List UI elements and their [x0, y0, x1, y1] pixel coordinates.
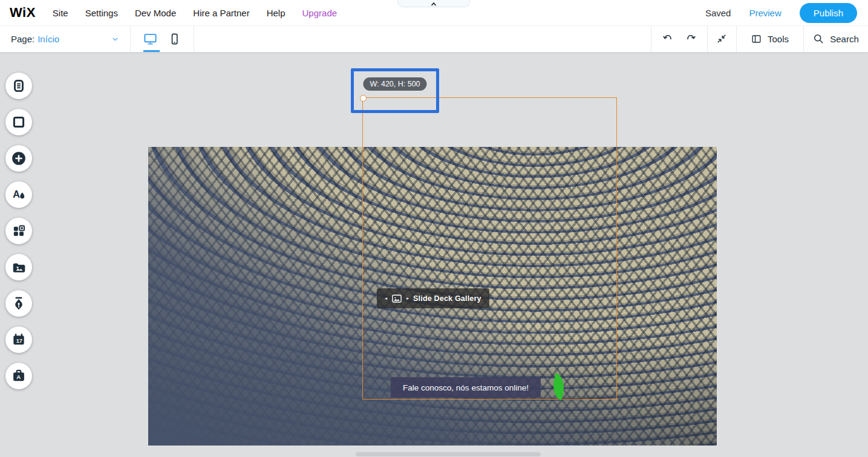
menu-item-hire-a-partner[interactable]: Hire a Partner [193, 8, 249, 18]
sidebar-item-site-design[interactable]: A [5, 181, 32, 208]
chat-widget[interactable]: Fale conosco, nós estamos online! [391, 377, 541, 398]
size-tooltip: W: 420, H: 500 [363, 77, 426, 91]
media-icon [11, 259, 27, 275]
sidebar-item-media[interactable] [5, 254, 32, 280]
undo-button[interactable] [662, 33, 674, 45]
current-page-name: Início [38, 34, 59, 44]
tools-label: Tools [768, 34, 789, 44]
sidebar-item-background[interactable] [5, 109, 32, 135]
saved-status[interactable]: Saved [705, 8, 731, 18]
toolbar-divider [194, 25, 194, 52]
topbar-menu: Site Settings Dev Mode Hire a Partner He… [53, 8, 337, 18]
phone-icon [168, 32, 181, 46]
search-label: Search [830, 34, 859, 44]
gallery-left-arrow-icon: ◂ [385, 296, 387, 301]
publish-button[interactable]: Publish [800, 3, 857, 23]
pen-tool-icon [11, 296, 27, 311]
topbar-status-area: Saved Preview Publish [705, 0, 857, 25]
search-button[interactable]: Search [803, 25, 868, 52]
sidebar-item-add-apps[interactable] [5, 218, 32, 244]
chevron-up-icon [430, 0, 437, 9]
wix-logo[interactable]: WiX [10, 5, 36, 21]
horizontal-scrollbar[interactable] [356, 452, 541, 456]
slide-deck-gallery-badge[interactable]: ◂ ▸ Slide Deck Gallery [377, 288, 489, 308]
background-icon [11, 114, 27, 130]
monitor-icon [143, 32, 157, 46]
svg-text:A: A [13, 189, 20, 199]
device-switch [130, 25, 194, 52]
business-tools-icon: A [11, 368, 27, 384]
add-apps-icon [11, 223, 27, 239]
tools-button[interactable]: Tools [736, 25, 803, 52]
site-design-icon: A [11, 187, 27, 203]
menu-item-upgrade[interactable]: Upgrade [302, 8, 338, 18]
sidebar-item-bookings[interactable]: 17 [5, 326, 32, 353]
page-selector-dropdown[interactable]: Page: Início [11, 25, 120, 52]
gallery-badge-label: Slide Deck Gallery [413, 294, 481, 303]
sidebar-item-pen-tool[interactable] [5, 290, 32, 317]
sidebar-item-add-elements[interactable] [5, 145, 32, 172]
topbar-collapse-tab[interactable] [397, 0, 470, 7]
editor-toolbar: Page: Início [0, 25, 868, 53]
fit-to-screen-button[interactable] [707, 25, 736, 52]
add-elements-icon [11, 151, 27, 166]
undo-arrow-icon [662, 33, 674, 45]
slideshow-image-icon [391, 294, 402, 303]
preview-button[interactable]: Preview [749, 8, 781, 18]
mobile-view-button[interactable] [168, 32, 181, 46]
history-controls [651, 25, 707, 52]
menu-item-settings[interactable]: Settings [85, 8, 118, 18]
svg-text:A: A [16, 374, 21, 380]
menus-pages-icon [11, 78, 27, 94]
chat-message: Fale conosco, nós estamos online! [403, 383, 529, 392]
collapse-arrows-icon [716, 33, 728, 45]
selection-drag-box[interactable]: W: 420, H: 500 [351, 68, 439, 113]
selected-element-outline[interactable] [362, 97, 617, 400]
panel-icon [751, 33, 762, 45]
chevron-down-icon [111, 34, 120, 44]
desktop-view-button[interactable] [143, 32, 157, 46]
menu-item-dev-mode[interactable]: Dev Mode [135, 8, 176, 18]
gallery-right-arrow-icon: ▸ [406, 296, 409, 301]
menu-item-help[interactable]: Help [267, 8, 286, 18]
svg-text:17: 17 [16, 338, 22, 344]
sidebar-item-business-tools[interactable]: A [5, 363, 32, 389]
redo-arrow-icon [684, 33, 697, 45]
redo-button[interactable] [684, 33, 697, 45]
sidebar-item-menus-pages[interactable] [5, 73, 32, 99]
page-selector-label: Page: [11, 34, 34, 44]
menu-item-site[interactable]: Site [53, 8, 68, 18]
magnifier-icon [812, 33, 824, 45]
selected-device-underline [143, 50, 160, 52]
bookings-calendar-icon: 17 [11, 332, 27, 348]
